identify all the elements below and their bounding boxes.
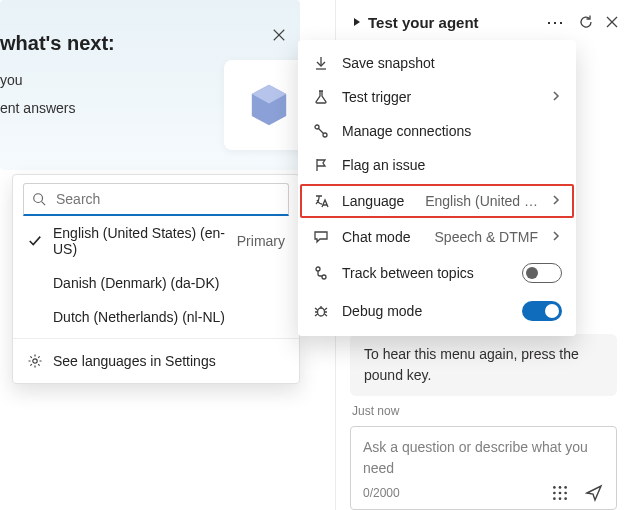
svg-point-15 (564, 497, 567, 500)
debug-mode-toggle[interactable] (522, 301, 562, 321)
svg-point-19 (316, 267, 320, 271)
svg-point-2 (34, 194, 43, 203)
menu-track-topics[interactable]: Track between topics (298, 254, 576, 292)
char-count: 0/2000 (363, 486, 400, 500)
search-input[interactable] (54, 190, 280, 208)
whats-next-card: what's next: you ent answers (0, 0, 300, 170)
svg-point-17 (315, 125, 319, 129)
settings-link-label: See languages in Settings (53, 353, 216, 369)
language-dropdown: English (United States) (en-US) Primary … (12, 174, 300, 384)
refresh-icon[interactable] (577, 13, 595, 31)
agent-message: To hear this menu again, press the pound… (350, 334, 617, 396)
language-option[interactable]: Danish (Denmark) (da-DK) (13, 266, 299, 300)
menu-chat-mode-value: Speech & DTMF (435, 229, 538, 245)
check-icon (27, 234, 43, 248)
flag-icon (312, 157, 330, 173)
panel-menu: Save snapshot Test trigger Manage connec… (298, 40, 576, 336)
menu-save-snapshot[interactable]: Save snapshot (298, 46, 576, 80)
bug-icon (312, 303, 330, 319)
svg-point-4 (33, 359, 37, 363)
message-timestamp: Just now (352, 404, 615, 418)
expand-triangle-icon[interactable] (354, 18, 360, 26)
primary-badge: Primary (237, 233, 285, 249)
svg-point-8 (559, 486, 562, 489)
close-icon[interactable] (603, 13, 621, 31)
card-title: what's next: (0, 32, 115, 55)
chevron-right-icon (550, 193, 562, 209)
menu-chat-mode[interactable]: Chat mode Speech & DTMF (298, 220, 576, 254)
flask-icon (312, 89, 330, 105)
chevron-right-icon (550, 229, 562, 245)
menu-manage-connections[interactable]: Manage connections (298, 114, 576, 148)
track-topics-toggle[interactable] (522, 263, 562, 283)
card-graphic (224, 60, 300, 150)
svg-point-14 (559, 497, 562, 500)
card-text-line: ent answers (0, 100, 75, 116)
language-option[interactable]: Dutch (Netherlands) (nl-NL) (13, 300, 299, 334)
menu-language-value: English (United … (425, 193, 538, 209)
search-field[interactable] (23, 183, 289, 216)
chat-icon (312, 229, 330, 245)
svg-point-9 (564, 486, 567, 489)
svg-point-7 (553, 486, 556, 489)
gear-icon (27, 353, 43, 369)
send-icon[interactable] (584, 483, 604, 503)
download-icon (312, 55, 330, 71)
svg-line-3 (42, 202, 46, 206)
svg-point-20 (322, 275, 326, 279)
menu-language[interactable]: Language English (United … (300, 184, 574, 218)
menu-debug-mode[interactable]: Debug mode (298, 292, 576, 330)
language-option[interactable]: English (United States) (en-US) Primary (13, 216, 299, 266)
divider (13, 338, 299, 339)
message-composer[interactable]: Ask a question or describe what you need… (350, 426, 617, 510)
svg-point-12 (564, 492, 567, 495)
card-text-line: you (0, 72, 23, 88)
search-icon (32, 192, 46, 206)
language-icon (312, 193, 330, 209)
menu-flag-issue[interactable]: Flag an issue (298, 148, 576, 182)
language-option-label: Dutch (Netherlands) (nl-NL) (53, 309, 285, 325)
svg-point-10 (553, 492, 556, 495)
svg-point-11 (559, 492, 562, 495)
language-option-label: English (United States) (en-US) (53, 225, 227, 257)
close-icon[interactable] (272, 28, 286, 42)
chevron-right-icon (550, 89, 562, 105)
track-icon (312, 265, 330, 281)
composer-placeholder: Ask a question or describe what you need (363, 437, 604, 479)
svg-point-21 (318, 308, 325, 316)
see-languages-in-settings[interactable]: See languages in Settings (13, 343, 299, 379)
connections-icon (312, 123, 330, 139)
svg-point-13 (553, 497, 556, 500)
svg-point-18 (323, 133, 327, 137)
panel-title: Test your agent (368, 14, 534, 31)
menu-test-trigger[interactable]: Test trigger (298, 80, 576, 114)
more-icon[interactable]: ⋯ (542, 11, 569, 33)
keypad-icon[interactable] (550, 483, 570, 503)
panel-header: Test your agent ⋯ (336, 0, 631, 44)
language-option-label: Danish (Denmark) (da-DK) (53, 275, 285, 291)
